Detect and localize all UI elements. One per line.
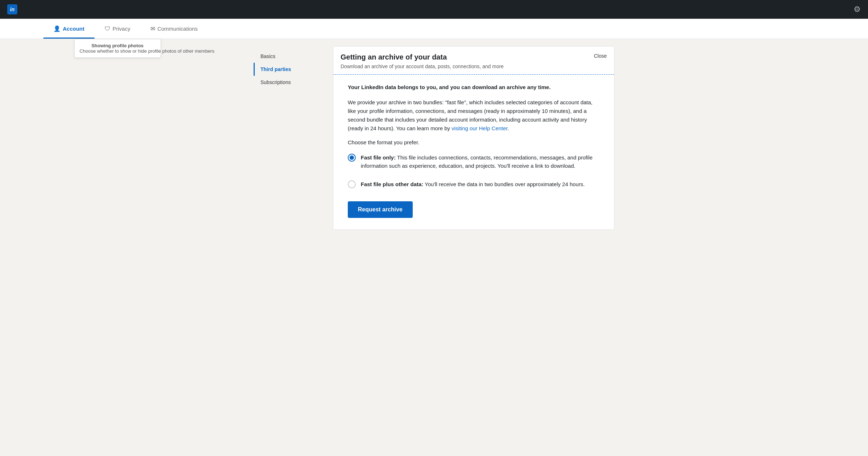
archive-subtitle: Download an archive of your account data…	[341, 63, 504, 69]
radio-fast-file-label: Fast file only: This file includes conne…	[361, 153, 600, 170]
communications-icon: ✉	[150, 25, 155, 32]
privacy-icon: 🛡	[105, 26, 110, 32]
tab-tooltip: Showing profile photos Choose whether to…	[74, 39, 161, 58]
tab-bar: 👤 Account 🛡 Privacy Showing profile phot…	[0, 19, 868, 39]
tab-privacy-label: Privacy	[113, 26, 130, 32]
radio-fast-file-bold: Fast file only:	[361, 154, 396, 161]
archive-intro-para-end: .	[508, 125, 509, 131]
sidebar-item-basics[interactable]: Basics	[254, 50, 333, 63]
account-icon: 👤	[53, 25, 61, 32]
archive-title: Getting an archive of your data	[341, 53, 504, 61]
help-center-link[interactable]: visiting our Help Center	[452, 125, 508, 131]
tab-privacy[interactable]: 🛡 Privacy Showing profile photos Choose …	[95, 19, 140, 39]
radio-option-fast-plus: Fast file plus other data: You'll receiv…	[348, 180, 600, 188]
main-content: Getting an archive of your data Download…	[333, 46, 614, 230]
linkedin-logo: in	[7, 4, 17, 14]
archive-intro-para: We provide your archive in two bundles: …	[348, 98, 600, 133]
page-body: Basics Third parties Subscriptions Getti…	[254, 39, 614, 237]
radio-fast-plus-label: Fast file plus other data: You'll receiv…	[361, 180, 585, 188]
tab-account-label: Account	[63, 26, 84, 32]
radio-fast-plus[interactable]	[348, 180, 356, 188]
radio-fast-file-text: This file includes connections, contacts…	[361, 154, 593, 169]
close-button[interactable]: Close	[594, 53, 607, 59]
tab-communications-label: Communications	[157, 26, 198, 32]
archive-body: Your LinkedIn data belongs to you, and y…	[333, 75, 614, 229]
top-navigation: in ⚙	[0, 0, 868, 19]
choose-format-text: Choose the format you prefer.	[348, 139, 600, 145]
archive-header: Getting an archive of your data Download…	[333, 47, 614, 75]
archive-header-text: Getting an archive of your data Download…	[341, 53, 504, 69]
sidebar-item-third-parties[interactable]: Third parties	[254, 63, 333, 76]
radio-fast-file[interactable]	[348, 154, 356, 162]
tooltip-description: Choose whether to show or hide profile p…	[80, 48, 215, 54]
tooltip-title: Showing profile photos	[91, 43, 143, 48]
sidebar: Basics Third parties Subscriptions	[254, 46, 333, 230]
gear-icon[interactable]: ⚙	[854, 5, 861, 14]
tab-account[interactable]: 👤 Account	[43, 19, 95, 39]
tab-communications[interactable]: ✉ Communications	[140, 19, 208, 39]
radio-option-fast-file: Fast file only: This file includes conne…	[348, 153, 600, 170]
radio-fast-plus-text: You'll receive the data in two bundles o…	[423, 181, 584, 187]
sidebar-item-subscriptions[interactable]: Subscriptions	[254, 76, 333, 89]
request-archive-button[interactable]: Request archive	[348, 201, 413, 218]
radio-fast-plus-bold: Fast file plus other data:	[361, 181, 423, 187]
archive-intro-bold: Your LinkedIn data belongs to you, and y…	[348, 83, 600, 92]
